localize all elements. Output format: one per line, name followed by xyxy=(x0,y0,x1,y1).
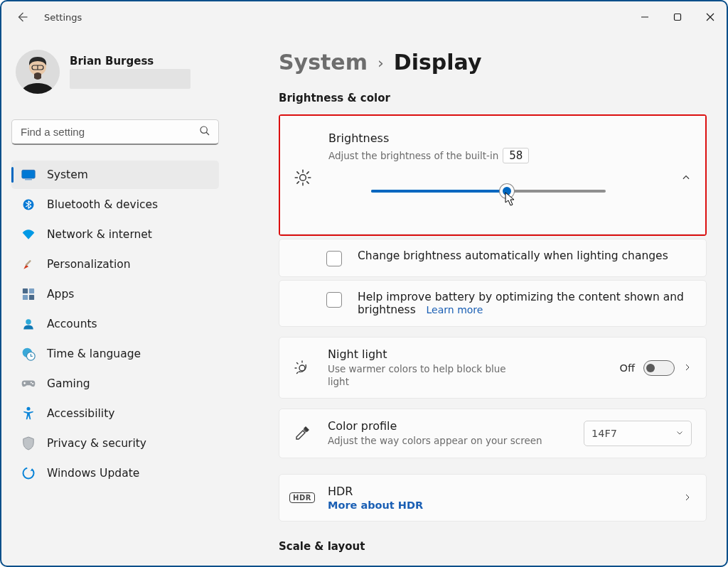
svg-rect-15 xyxy=(29,295,34,300)
color-profile-card[interactable]: Color profile Adjust the way colors appe… xyxy=(279,409,707,458)
svg-line-28 xyxy=(297,172,299,173)
shield-icon xyxy=(21,436,36,450)
paintbrush-icon xyxy=(21,257,36,271)
nav-item-update[interactable]: Windows Update xyxy=(11,459,219,487)
chevron-down-icon xyxy=(675,428,684,439)
brightness-slider[interactable] xyxy=(371,185,606,198)
section-brightness-color: Brightness & color xyxy=(279,92,707,104)
nav-label: Personalization xyxy=(47,258,131,271)
breadcrumb-parent[interactable]: System xyxy=(279,50,368,75)
sun-icon xyxy=(293,168,313,187)
nav-item-accounts[interactable]: Accounts xyxy=(11,310,219,338)
nav-label: Privacy & security xyxy=(47,437,146,450)
avatar xyxy=(16,50,60,94)
nav-label: Accessibility xyxy=(47,407,114,420)
accessibility-icon xyxy=(21,406,36,421)
nav-item-privacy[interactable]: Privacy & security xyxy=(11,429,219,458)
svg-point-16 xyxy=(26,319,31,325)
svg-rect-12 xyxy=(23,288,28,293)
collapse-chevron-icon[interactable] xyxy=(681,173,691,183)
battery-opt-label: Help improve battery by optimizing the c… xyxy=(358,291,684,316)
nav-item-personalization[interactable]: Personalization xyxy=(11,250,219,279)
svg-point-6 xyxy=(200,126,207,133)
svg-rect-9 xyxy=(25,179,32,180)
svg-point-20 xyxy=(32,383,33,384)
nav-label: Windows Update xyxy=(47,467,139,480)
cursor-icon xyxy=(505,192,518,210)
learn-more-link[interactable]: Learn more xyxy=(427,304,483,315)
auto-brightness-row[interactable]: Change brightness automatically when lig… xyxy=(279,239,707,277)
svg-point-23 xyxy=(300,175,306,181)
nav-label: System xyxy=(47,168,88,181)
close-button[interactable] xyxy=(694,6,727,28)
chevron-right-icon: › xyxy=(378,54,384,72)
svg-rect-13 xyxy=(29,288,34,293)
app-title: Settings xyxy=(44,12,82,23)
user-profile[interactable]: Brian Burgess xyxy=(11,45,219,94)
svg-line-29 xyxy=(307,182,309,183)
settings-window: Settings xyxy=(0,0,728,567)
hdr-title: HDR xyxy=(328,485,668,498)
nav-item-system[interactable]: System xyxy=(11,161,219,189)
nav-label: Bluetooth & devices xyxy=(47,198,158,211)
color-profile-value: 14F7 xyxy=(592,428,617,439)
svg-rect-7 xyxy=(22,170,35,178)
svg-rect-14 xyxy=(23,295,28,300)
eyedropper-icon xyxy=(292,425,312,442)
window-controls xyxy=(628,6,727,28)
nav-item-network[interactable]: Network & internet xyxy=(11,220,219,249)
content-area: System › Display Brightness & color Brig… xyxy=(229,33,727,566)
page-title: Display xyxy=(394,50,482,75)
user-email-placeholder xyxy=(70,69,191,89)
night-light-toggle[interactable] xyxy=(643,360,675,376)
chevron-right-icon[interactable] xyxy=(683,361,692,374)
night-light-icon xyxy=(292,360,312,377)
svg-point-21 xyxy=(27,407,31,411)
clock-globe-icon xyxy=(21,347,36,361)
svg-rect-11 xyxy=(25,260,31,266)
brightness-title: Brightness xyxy=(328,131,665,145)
person-icon xyxy=(21,317,36,331)
svg-line-30 xyxy=(297,182,299,183)
hdr-link[interactable]: More about HDR xyxy=(328,500,668,511)
system-icon xyxy=(21,168,36,182)
chevron-right-icon[interactable] xyxy=(683,491,692,504)
wifi-icon xyxy=(21,227,36,242)
color-profile-dropdown[interactable]: 14F7 xyxy=(584,421,692,446)
apps-icon xyxy=(21,287,36,301)
breadcrumb: System › Display xyxy=(279,50,707,75)
sidebar: Brian Burgess System xyxy=(1,33,229,566)
bluetooth-icon xyxy=(21,198,36,212)
battery-opt-row[interactable]: Help improve battery by optimizing the c… xyxy=(279,280,707,327)
minimize-button[interactable] xyxy=(628,6,661,28)
nav-item-accessibility[interactable]: Accessibility xyxy=(11,399,219,428)
brightness-highlight-box: Brightness Adjust the brightness of the … xyxy=(279,114,707,236)
hdr-icon: HDR xyxy=(292,492,312,503)
nav-item-time[interactable]: Time & language xyxy=(11,340,219,368)
brightness-value-tooltip: 58 xyxy=(503,148,529,163)
auto-brightness-checkbox[interactable] xyxy=(326,251,342,266)
battery-opt-checkbox[interactable] xyxy=(326,292,342,308)
back-button[interactable] xyxy=(13,8,31,26)
night-light-title: Night light xyxy=(328,347,604,361)
nav-label: Accounts xyxy=(47,318,97,330)
nav-label: Apps xyxy=(47,288,74,301)
color-profile-title: Color profile xyxy=(328,419,568,433)
maximize-button[interactable] xyxy=(661,6,694,28)
hdr-card[interactable]: HDR HDR More about HDR xyxy=(279,474,707,522)
nav-label: Network & internet xyxy=(47,228,152,241)
night-light-subtitle: Use warmer colors to help block blue lig… xyxy=(328,362,527,388)
titlebar: Settings xyxy=(1,1,727,33)
brightness-subtitle: Adjust the brightness of the built-in xyxy=(328,149,498,162)
nav-item-apps[interactable]: Apps xyxy=(11,280,219,308)
search-input[interactable] xyxy=(11,119,219,145)
nav-label: Gaming xyxy=(47,377,90,390)
user-name: Brian Burgess xyxy=(70,55,191,68)
nav-item-gaming[interactable]: Gaming xyxy=(11,369,219,398)
svg-rect-0 xyxy=(641,17,648,18)
nav-item-bluetooth[interactable]: Bluetooth & devices xyxy=(11,190,219,219)
night-light-card[interactable]: Night light Use warmer colors to help bl… xyxy=(279,337,707,399)
nav-label: Time & language xyxy=(47,347,141,360)
update-icon xyxy=(21,466,36,480)
brightness-card[interactable]: Brightness Adjust the brightness of the … xyxy=(280,116,705,234)
